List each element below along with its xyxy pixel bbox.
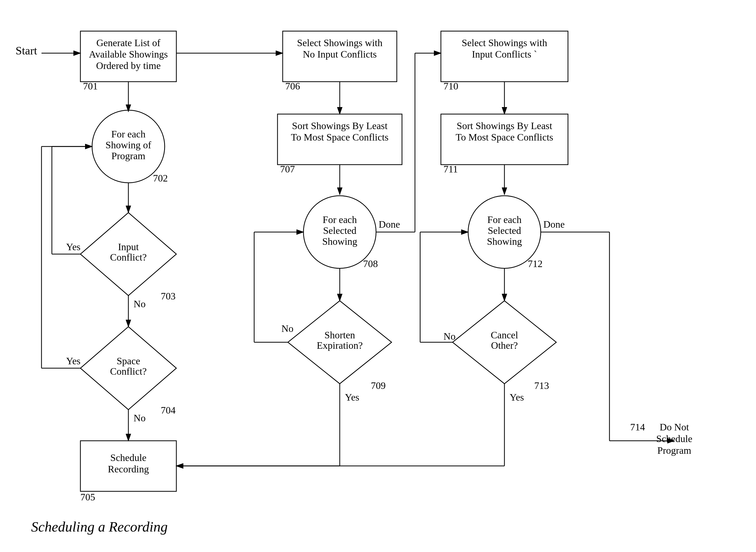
svg-text:Schedule: Schedule bbox=[656, 433, 692, 444]
node-707-id: 707 bbox=[280, 164, 295, 174]
yes-703: Yes bbox=[66, 241, 81, 252]
svg-text:To Most Space Conflicts: To Most Space Conflicts bbox=[291, 132, 388, 143]
no-704: No bbox=[134, 413, 145, 423]
no-709: No bbox=[281, 323, 293, 334]
svg-text:Ordered by time: Ordered by time bbox=[96, 60, 160, 71]
done-712: Done bbox=[543, 219, 564, 230]
node-705-id: 705 bbox=[81, 492, 95, 503]
svg-text:Showing of: Showing of bbox=[106, 139, 151, 150]
svg-text:Showing: Showing bbox=[487, 236, 522, 247]
node-709-id: 709 bbox=[371, 380, 386, 391]
svg-text:For each: For each bbox=[111, 129, 145, 139]
node-710-id: 710 bbox=[444, 81, 458, 92]
node-708-id: 708 bbox=[363, 258, 378, 269]
node-702-id: 702 bbox=[153, 173, 168, 183]
yes-704: Yes bbox=[66, 356, 81, 366]
node-701-id: 701 bbox=[83, 81, 98, 92]
svg-text:Sort Showings By Least: Sort Showings By Least bbox=[292, 120, 388, 131]
done-708: Done bbox=[379, 219, 400, 230]
svg-text:For each: For each bbox=[487, 214, 522, 225]
svg-text:Input: Input bbox=[118, 241, 139, 252]
svg-text:To Most Space Conflicts: To Most Space Conflicts bbox=[456, 132, 553, 143]
svg-text:Other?: Other? bbox=[491, 340, 518, 351]
node-703-id: 703 bbox=[161, 291, 175, 301]
node-704-id: 704 bbox=[161, 405, 175, 416]
svg-text:Recording: Recording bbox=[108, 463, 149, 474]
svg-text:Do Not: Do Not bbox=[660, 422, 689, 432]
start-label: Start bbox=[16, 44, 37, 57]
svg-text:Cancel: Cancel bbox=[491, 329, 518, 340]
node-713-id: 713 bbox=[534, 380, 549, 391]
yes-709: Yes bbox=[345, 392, 359, 403]
node-711-id: 711 bbox=[444, 164, 458, 174]
svg-text:Expiration?: Expiration? bbox=[317, 340, 363, 351]
svg-text:Available Showings: Available Showings bbox=[89, 49, 168, 59]
svg-text:Select Showings with: Select Showings with bbox=[297, 37, 382, 48]
svg-text:Input Conflicts `: Input Conflicts ` bbox=[472, 49, 537, 59]
svg-text:Conflict?: Conflict? bbox=[110, 366, 146, 377]
svg-text:Shorten: Shorten bbox=[325, 329, 355, 340]
no-713: No bbox=[444, 331, 456, 342]
yes-713: Yes bbox=[510, 392, 524, 403]
svg-text:Select Showings with: Select Showings with bbox=[462, 37, 547, 48]
svg-text:For each: For each bbox=[323, 214, 357, 225]
svg-text:Space: Space bbox=[117, 356, 140, 366]
svg-text:Generate List of: Generate List of bbox=[97, 37, 160, 48]
svg-text:Selected: Selected bbox=[323, 225, 357, 236]
caption: Scheduling a Recording bbox=[31, 519, 167, 535]
no-703: No bbox=[134, 298, 145, 309]
node-706-id: 706 bbox=[285, 81, 300, 92]
flowchart-diagram: Start Generate List of Available Showing… bbox=[0, 0, 756, 552]
svg-text:Program: Program bbox=[657, 445, 691, 456]
node-714-id: 714 bbox=[630, 422, 645, 432]
svg-text:Program: Program bbox=[112, 150, 145, 161]
svg-text:Sort Showings By Least: Sort Showings By Least bbox=[457, 120, 552, 131]
svg-text:Schedule: Schedule bbox=[110, 452, 146, 463]
svg-text:Showing: Showing bbox=[322, 236, 357, 247]
svg-text:Conflict?: Conflict? bbox=[110, 252, 146, 263]
svg-text:Selected: Selected bbox=[488, 225, 521, 236]
node-712-id: 712 bbox=[528, 258, 542, 269]
svg-text:No Input Conflicts: No Input Conflicts bbox=[303, 49, 377, 59]
